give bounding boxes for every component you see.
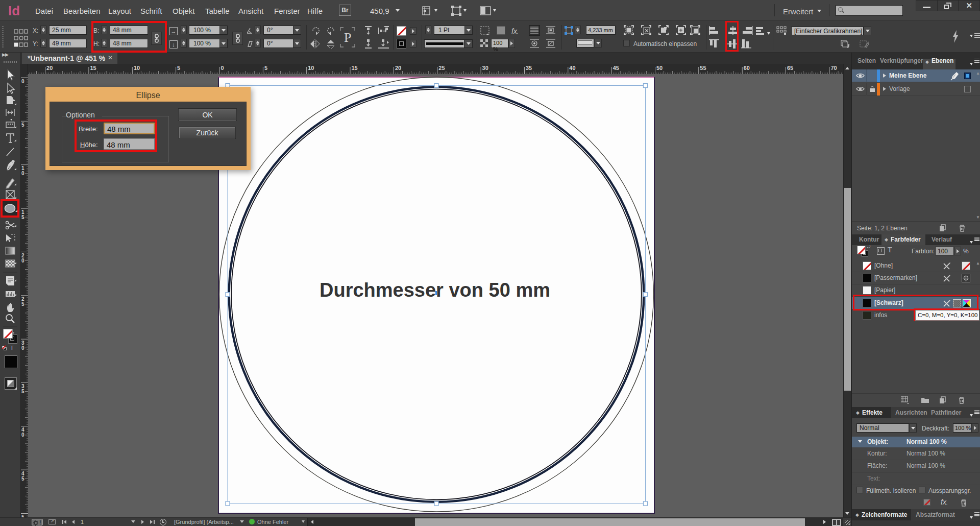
- svg-text:0: 0: [21, 79, 24, 84]
- svg-text:5: 5: [21, 214, 24, 220]
- svg-text:45: 45: [613, 65, 619, 71]
- svg-text:P: P: [344, 30, 351, 45]
- svg-text:15: 15: [352, 65, 358, 71]
- svg-text:0: 0: [21, 171, 24, 176]
- svg-text:65: 65: [787, 65, 793, 71]
- svg-text:20: 20: [395, 65, 401, 71]
- svg-text:20: 20: [46, 65, 53, 71]
- svg-text:60: 60: [744, 65, 750, 71]
- svg-text:5: 5: [264, 65, 267, 71]
- svg-text:5: 5: [21, 389, 24, 394]
- svg-text:5: 5: [21, 476, 24, 482]
- svg-text:70: 70: [830, 65, 837, 71]
- svg-text:50: 50: [656, 65, 663, 71]
- svg-text:30: 30: [482, 65, 488, 71]
- svg-text:0: 0: [21, 345, 24, 351]
- svg-text:35: 35: [526, 65, 532, 71]
- svg-text:40: 40: [569, 65, 575, 71]
- svg-text:0: 0: [21, 432, 24, 438]
- svg-text:0: 0: [221, 65, 224, 71]
- svg-text:55: 55: [700, 65, 706, 71]
- svg-text:5: 5: [21, 301, 24, 307]
- svg-text:5: 5: [21, 122, 24, 128]
- svg-text:25: 25: [438, 65, 445, 71]
- svg-text:15: 15: [90, 65, 96, 71]
- svg-text:0: 0: [21, 258, 24, 264]
- svg-text:5: 5: [177, 65, 180, 71]
- svg-text:10: 10: [134, 65, 140, 71]
- svg-text:10: 10: [308, 65, 314, 71]
